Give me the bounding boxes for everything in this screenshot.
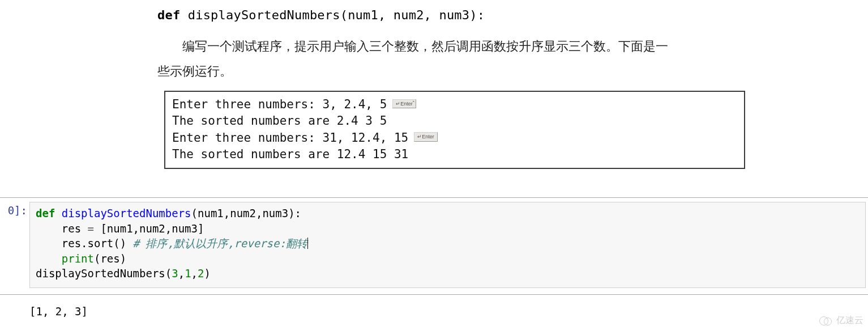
function-signature: def displaySortedNumbers(num1, num2, num… — [157, 8, 485, 22]
problem-description: 编写一个测试程序，提示用户输入三个整数，然后调用函数按升序显示三个数。下面是一 … — [157, 34, 752, 84]
watermark-logo-icon — [819, 316, 834, 325]
tok-print: print — [62, 252, 94, 265]
input-prompt: 0]: — [0, 204, 27, 217]
cell-output: [1, 2, 3] — [29, 305, 88, 318]
tok-funcname: displaySortedNumbers — [62, 207, 191, 219]
watermark-text: 亿速云 — [836, 315, 863, 327]
enter-key-icon: ↵Enter — [414, 132, 438, 142]
sample-line-3: Enter three numbers: 31, 12.4, 15↵Enter — [172, 130, 737, 146]
sample-line-1: Enter three numbers: 3, 2.4, 5↵Enter — [172, 96, 737, 113]
description-line1: 编写一个测试程序，提示用户输入三个整数，然后调用函数按升序显示三个数。下面是一 — [157, 34, 752, 59]
text-cursor-icon — [307, 238, 308, 249]
tok-comment: # 排序,默认以升序,reverse:翻转 — [133, 237, 307, 249]
sample-line-2: The sorted numbers are 2.4 3 5 — [172, 113, 737, 129]
sample-line-4: The sorted numbers are 12.4 15 31 — [172, 146, 737, 163]
watermark: 亿速云 — [819, 315, 863, 327]
sample-run-box: Enter three numbers: 3, 2.4, 5↵Enter The… — [164, 91, 745, 169]
code-editor[interactable]: def displaySortedNumbers(num1,num2,num3)… — [29, 202, 866, 288]
tok-def: def — [36, 207, 55, 219]
signature-rest: displaySortedNumbers(num1, num2, num3): — [180, 8, 485, 22]
description-line2: 些示例运行。 — [157, 59, 752, 84]
keyword-def: def — [157, 8, 180, 22]
stray-mark: ` — [412, 100, 415, 109]
